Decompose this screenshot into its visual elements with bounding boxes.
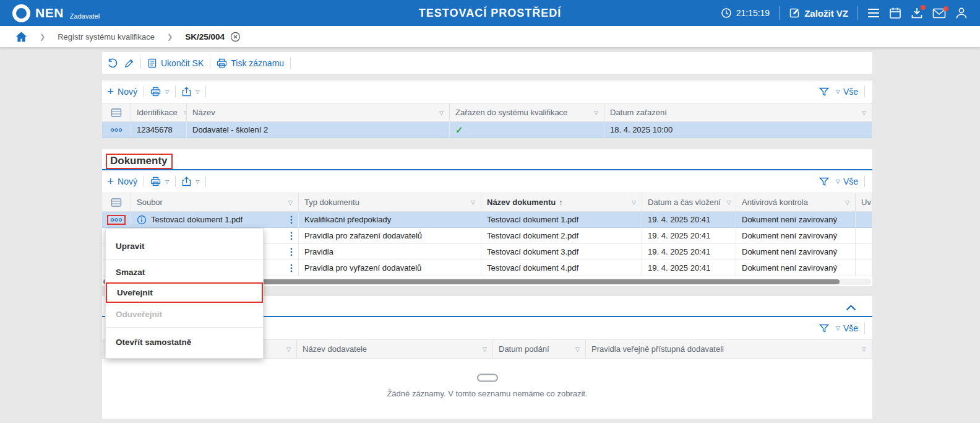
menu-item-uverejnit[interactable]: Uveřejnit (106, 282, 263, 303)
column-header-nazev[interactable]: Název▽ (187, 103, 450, 121)
home-icon[interactable] (15, 32, 27, 42)
collapse-button[interactable] (846, 305, 856, 311)
history-button[interactable] (107, 58, 118, 69)
row-context-menu: Upravit Smazat Uveřejnit Oduveřejnit Ote… (105, 229, 264, 359)
filter-icon[interactable]: ▽ (439, 110, 444, 116)
chevron-up-icon (846, 305, 856, 311)
print-list-button[interactable]: ▽ (150, 87, 169, 97)
cell-nazev: Dodavatel - školení 2 (187, 122, 450, 138)
filter-icon[interactable]: ▽ (862, 346, 866, 352)
column-header-antivir[interactable]: Antivirová kontrola▽ (736, 193, 856, 211)
nen-logo[interactable]: NEN Zadavatel (12, 4, 100, 22)
column-header-soubor[interactable]: Soubor▽ (131, 193, 299, 211)
column-header-identifikace[interactable]: Identifikace▽ (131, 103, 187, 121)
filter-icon[interactable]: ▽ (862, 110, 866, 116)
menu-item-upravit[interactable]: Upravit (106, 234, 263, 258)
cell-menu-icon[interactable] (290, 264, 293, 273)
row-menu-button[interactable] (108, 126, 124, 134)
sort-ascending-icon: ↑ (559, 198, 563, 207)
cell-menu-icon[interactable] (290, 232, 293, 240)
top-bar: NEN Zadavatel TESTOVACÍ PROSTŘEDÍ 21:15:… (0, 0, 980, 26)
documents-table-header: Soubor▽ Typ dokumentu▽ Název dokumentu↑▽… (102, 193, 872, 212)
cell-datum: 19. 4. 2025 20:41 (642, 244, 736, 260)
filter-icon[interactable]: ▽ (286, 346, 291, 352)
documents-section-header: Dokumenty (102, 149, 872, 169)
filter-icon[interactable]: ▽ (594, 110, 598, 116)
row-menu-icon (110, 128, 123, 133)
filter-icon[interactable]: ▽ (632, 199, 636, 206)
messages-button[interactable] (932, 8, 946, 19)
menu-item-otevrit-samostatne[interactable]: Otevřít samostatně (106, 329, 263, 354)
column-header-truncated[interactable]: Uv (856, 193, 872, 211)
table-settings-button[interactable] (102, 103, 131, 121)
export-icon (182, 177, 191, 186)
filter-icon[interactable]: ▽ (288, 199, 293, 206)
toolbar-divider (175, 176, 176, 187)
column-header-nazev-dodavatele[interactable]: Název dodavatele▽ (297, 340, 493, 358)
clock-icon (721, 7, 732, 19)
end-sk-button[interactable]: Ukončit SK (147, 58, 204, 68)
filter-icon[interactable]: ▽ (483, 346, 487, 352)
column-header-typ[interactable]: Typ dokumentu▽ (299, 193, 481, 211)
edit-record-button[interactable] (124, 58, 134, 68)
menu-item-oduverejnit: Oduveřejnit (106, 303, 263, 325)
breadcrumb-item-registry[interactable]: Registr systému kvalifikace (58, 32, 155, 41)
cell-antivir: Dokument není zavirovaný (736, 244, 856, 260)
requests-toolbar-right: ▽ Vše (819, 323, 867, 334)
table-row[interactable]: 12345678 Dodavatel - školení 2 ✓ 18. 4. … (102, 122, 872, 138)
breadcrumb: ❯ Registr systému kvalifikace ❯ SK/25/00… (0, 26, 980, 47)
new-button[interactable]: + Nový (107, 177, 137, 187)
cell-menu-icon[interactable] (290, 248, 293, 256)
dropdown-icon: ▽ (836, 325, 840, 331)
cell-typ: Pravidla (299, 244, 481, 260)
print-list-button[interactable]: ▽ (150, 177, 169, 186)
export-button[interactable]: ▽ (182, 87, 199, 97)
filter-icon[interactable]: ▽ (727, 199, 731, 206)
filter-funnel-icon[interactable] (819, 177, 829, 186)
column-header-datum-zarazeni[interactable]: Datum zařazení▽ (604, 103, 872, 121)
menu-divider (106, 327, 263, 328)
view-all-button[interactable]: ▽ Vše (835, 87, 858, 97)
row-menu-button-highlighted[interactable] (107, 215, 126, 225)
view-all-button[interactable]: ▽ Vše (835, 323, 858, 333)
close-tab-icon[interactable] (230, 32, 241, 42)
table-settings-button[interactable] (102, 193, 131, 211)
export-button[interactable]: ▽ (182, 177, 199, 186)
new-button[interactable]: + Nový (107, 87, 137, 97)
filter-funnel-icon[interactable] (819, 87, 829, 97)
profile-button[interactable] (955, 7, 968, 19)
info-icon[interactable] (137, 215, 147, 225)
cell-antivir: Dokument není zavirovaný (736, 260, 856, 276)
column-header-nazev-dokumentu[interactable]: Název dokumentu↑▽ (481, 193, 642, 211)
downloads-button[interactable] (911, 7, 923, 19)
menu-item-smazat[interactable]: Smazat (106, 262, 263, 282)
filter-icon[interactable]: ▽ (471, 199, 475, 206)
suppliers-table-header: Identifikace▽ Název▽ Zařazen do systému … (102, 103, 872, 122)
print-record-button[interactable]: Tisk záznamu (217, 58, 284, 68)
column-header-zarazen[interactable]: Zařazen do systému kvalifikace▽ (450, 103, 604, 121)
record-toolbar: Ukončit SK Tisk záznamu (102, 52, 872, 74)
calendar-button[interactable] (889, 7, 901, 19)
screen: NEN Zadavatel TESTOVACÍ PROSTŘEDÍ 21:15:… (0, 0, 980, 423)
toolbar-divider (210, 58, 210, 69)
view-all-button[interactable]: ▽ Vše (835, 177, 858, 186)
breadcrumb-item-current: SK/25/004 (185, 32, 241, 42)
cell-menu-icon[interactable] (290, 216, 293, 224)
toolbar-divider (205, 86, 206, 97)
create-vz-button[interactable]: Založit VZ (789, 7, 848, 19)
filter-icon[interactable]: ▽ (575, 346, 580, 352)
cell-datum: 19. 4. 2025 20:41 (642, 228, 736, 244)
filter-icon[interactable]: ▽ (845, 199, 849, 206)
table-row[interactable]: Testovací dokument 1.pdf Kvalifikační př… (102, 212, 872, 228)
hamburger-icon (867, 8, 880, 18)
column-header-datum-vlozeni[interactable]: Datum a čas vložení▽ (642, 193, 736, 211)
pencil-icon (124, 58, 134, 68)
end-sk-icon (147, 58, 157, 68)
toolbar-divider (175, 86, 176, 97)
cell-datum-zarazeni: 18. 4. 2025 10:00 (604, 122, 872, 138)
column-header-datum-podani[interactable]: Datum podání▽ (493, 340, 586, 358)
filter-funnel-icon[interactable] (819, 324, 829, 333)
cell-antivir: Dokument není zavirovaný (736, 212, 856, 228)
column-header-pravidla[interactable]: Pravidla veřejně přístupná dodavateli▽ (586, 340, 872, 358)
menu-button[interactable] (867, 8, 880, 18)
